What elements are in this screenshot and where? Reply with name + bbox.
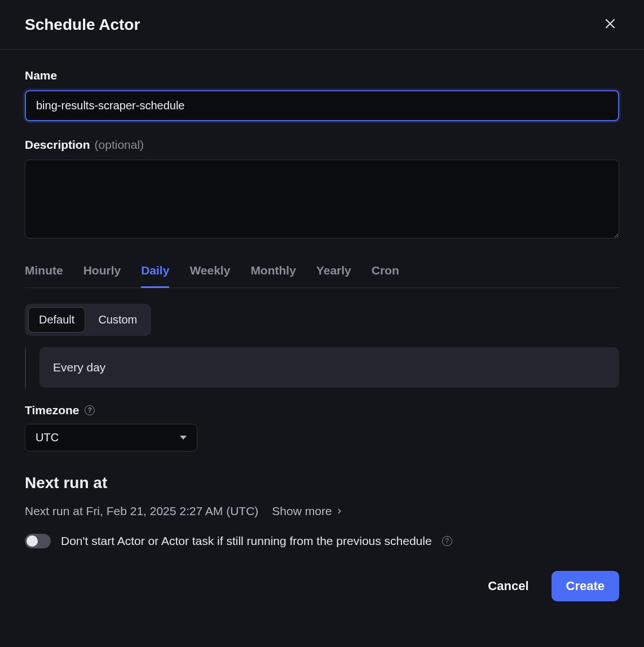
- tab-cron[interactable]: Cron: [372, 258, 399, 288]
- help-icon[interactable]: ?: [85, 405, 95, 415]
- name-field-group: Name: [25, 69, 619, 121]
- tab-minute[interactable]: Minute: [25, 258, 63, 288]
- cancel-button[interactable]: Cancel: [479, 571, 537, 601]
- dialog-header: Schedule Actor: [0, 0, 644, 50]
- next-run-heading: Next run at: [25, 474, 619, 492]
- schedule-summary-row: Every day: [25, 347, 619, 388]
- timezone-field-group: Timezone ? UTC: [25, 404, 619, 451]
- description-label-text: Description: [25, 138, 90, 152]
- tab-weekly[interactable]: Weekly: [189, 258, 230, 288]
- name-label: Name: [25, 69, 619, 82]
- exclusive-run-toggle-row: Don't start Actor or Actor task if still…: [25, 534, 619, 548]
- close-icon: [603, 17, 617, 32]
- description-textarea[interactable]: [25, 159, 619, 238]
- tab-yearly[interactable]: Yearly: [316, 258, 351, 288]
- timezone-label: Timezone ?: [25, 404, 619, 417]
- close-button[interactable]: [601, 15, 619, 34]
- schedule-indicator-bar: [25, 347, 26, 388]
- next-run-text: Next run at Fri, Feb 21, 2025 2:27 AM (U…: [25, 504, 258, 518]
- exclusive-run-toggle[interactable]: [25, 534, 51, 548]
- tab-daily[interactable]: Daily: [141, 258, 169, 288]
- timezone-select[interactable]: UTC: [25, 424, 197, 451]
- timezone-value: UTC: [36, 431, 59, 444]
- toggle-knob: [27, 535, 38, 547]
- create-button[interactable]: Create: [552, 571, 619, 601]
- show-more-button[interactable]: Show more: [272, 504, 343, 518]
- tab-hourly[interactable]: Hourly: [83, 258, 121, 288]
- description-label: Description (optional): [25, 138, 619, 152]
- segment-custom[interactable]: Custom: [87, 307, 148, 333]
- exclusive-run-label: Don't start Actor or Actor task if still…: [61, 534, 432, 548]
- tab-monthly[interactable]: Monthly: [250, 258, 295, 288]
- dialog-footer: Cancel Create: [25, 571, 619, 601]
- next-run-line: Next run at Fri, Feb 21, 2025 2:27 AM (U…: [25, 504, 619, 518]
- dialog-body: Name Description (optional) Minute Hourl…: [0, 50, 644, 613]
- chevron-down-icon: [180, 436, 187, 440]
- description-optional: (optional): [95, 138, 144, 152]
- help-icon[interactable]: ?: [442, 536, 452, 546]
- segment-default[interactable]: Default: [28, 307, 85, 333]
- description-field-group: Description (optional): [25, 138, 619, 241]
- dialog-title: Schedule Actor: [25, 16, 140, 34]
- schedule-mode-segments: Default Custom: [25, 304, 151, 336]
- frequency-tabs: Minute Hourly Daily Weekly Monthly Yearl…: [25, 258, 619, 288]
- show-more-label: Show more: [272, 504, 332, 518]
- chevron-right-icon: [336, 504, 343, 518]
- timezone-label-text: Timezone: [25, 404, 79, 417]
- schedule-summary-box: Every day: [39, 347, 619, 388]
- name-input[interactable]: [25, 90, 619, 121]
